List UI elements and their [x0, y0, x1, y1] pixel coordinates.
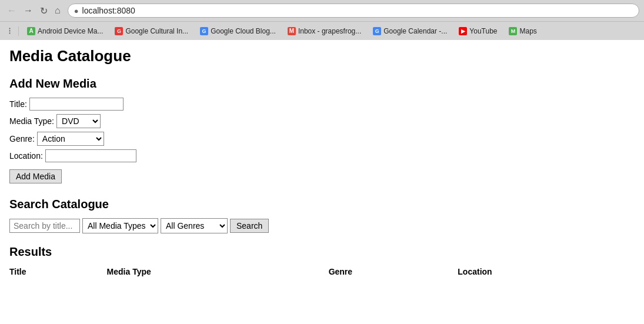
bookmark-maps[interactable]: M Maps — [504, 26, 541, 36]
add-media-heading: Add New Media — [9, 77, 635, 91]
apps-icon[interactable]: ⁝ — [5, 24, 15, 38]
back-button[interactable]: ← — [5, 4, 19, 17]
address-text: localhost:8080 — [82, 6, 135, 15]
media-type-row: Media Type: DVD Blu-ray VHS Digital — [9, 114, 635, 128]
location-input[interactable] — [45, 149, 136, 162]
bookmark-favicon-cultural: G — [115, 27, 123, 35]
home-button[interactable]: ⌂ — [52, 4, 63, 17]
results-table-head: Title Media Type Genre Location — [9, 265, 635, 279]
bookmark-favicon-cloud: G — [200, 27, 208, 35]
bookmark-android[interactable]: A Android Device Ma... — [22, 26, 108, 36]
bookmark-favicon-android: A — [27, 27, 35, 35]
media-type-label: Media Type: — [9, 116, 54, 126]
search-controls: All Media Types DVD Blu-ray VHS Digital … — [9, 218, 635, 233]
bookmarks-bar: ⁝ A Android Device Ma... G Google Cultur… — [0, 21, 644, 40]
results-table: Title Media Type Genre Location — [9, 265, 635, 279]
bookmark-label-calendar: Google Calendar -... — [383, 27, 447, 35]
separator — [18, 26, 19, 36]
col-header-media-type: Media Type — [107, 265, 329, 279]
search-genre-select[interactable]: All Genres Action Comedy Drama Horror Sc… — [161, 218, 228, 233]
bookmark-inbox[interactable]: M Inbox - grapesfrog... — [283, 26, 366, 36]
browser-toolbar: ← → ↻ ⌂ ● localhost:8080 — [0, 0, 644, 21]
bookmark-label-maps: Maps — [519, 27, 536, 35]
search-media-type-select[interactable]: All Media Types DVD Blu-ray VHS Digital — [82, 218, 158, 233]
bookmark-youtube[interactable]: ▶ YouTube — [454, 26, 502, 36]
col-header-genre: Genre — [329, 265, 458, 279]
bookmark-label-cloud: Google Cloud Blog... — [211, 27, 276, 35]
add-media-button[interactable]: Add Media — [9, 169, 62, 183]
bookmark-label-cultural: Google Cultural In... — [125, 27, 188, 35]
reload-button[interactable]: ↻ — [38, 4, 50, 18]
search-input[interactable] — [9, 219, 80, 233]
results-heading: Results — [9, 245, 635, 259]
security-icon: ● — [74, 6, 79, 15]
results-header-row: Title Media Type Genre Location — [9, 265, 635, 279]
bookmark-cultural[interactable]: G Google Cultural In... — [110, 26, 193, 36]
bookmark-favicon-inbox: M — [288, 27, 296, 35]
bookmark-favicon-maps: M — [509, 27, 517, 35]
genre-label: Genre: — [9, 134, 35, 143]
address-bar[interactable]: ● localhost:8080 — [68, 4, 639, 18]
search-button[interactable]: Search — [230, 219, 269, 233]
genre-row: Genre: Action Comedy Drama Horror Sci-Fi… — [9, 132, 635, 146]
bookmark-favicon-calendar: G — [373, 27, 381, 35]
results-section: Results Title Media Type Genre Location — [9, 245, 635, 279]
col-header-location: Location — [458, 265, 635, 279]
genre-select[interactable]: Action Comedy Drama Horror Sci-Fi Thrill… — [37, 132, 104, 146]
location-label: Location: — [9, 151, 43, 161]
search-heading: Search Catalogue — [9, 198, 635, 211]
forward-button[interactable]: → — [21, 4, 35, 17]
bookmark-cloud[interactable]: G Google Cloud Blog... — [195, 26, 281, 36]
nav-buttons: ← → ↻ ⌂ — [5, 4, 63, 18]
bookmark-label-youtube: YouTube — [469, 27, 497, 35]
search-section: Search Catalogue All Media Types DVD Blu… — [9, 198, 635, 233]
col-header-title: Title — [9, 265, 107, 279]
title-input[interactable] — [29, 98, 124, 111]
title-row: Title: — [9, 98, 635, 111]
location-row: Location: — [9, 149, 635, 162]
bookmark-label-android: Android Device Ma... — [38, 27, 103, 35]
bookmark-calendar[interactable]: G Google Calendar -... — [368, 26, 452, 36]
bookmark-favicon-youtube: ▶ — [459, 27, 467, 35]
page-content: Media Catalogue Add New Media Title: Med… — [0, 40, 644, 298]
add-media-section: Add New Media Title: Media Type: DVD Blu… — [9, 77, 635, 183]
media-type-select[interactable]: DVD Blu-ray VHS Digital — [56, 114, 101, 128]
bookmark-label-inbox: Inbox - grapesfrog... — [298, 27, 361, 35]
title-label: Title: — [9, 99, 27, 109]
browser-chrome: ← → ↻ ⌂ ● localhost:8080 ⁝ A Android Dev… — [0, 0, 644, 40]
page-title: Media Catalogue — [9, 47, 635, 65]
